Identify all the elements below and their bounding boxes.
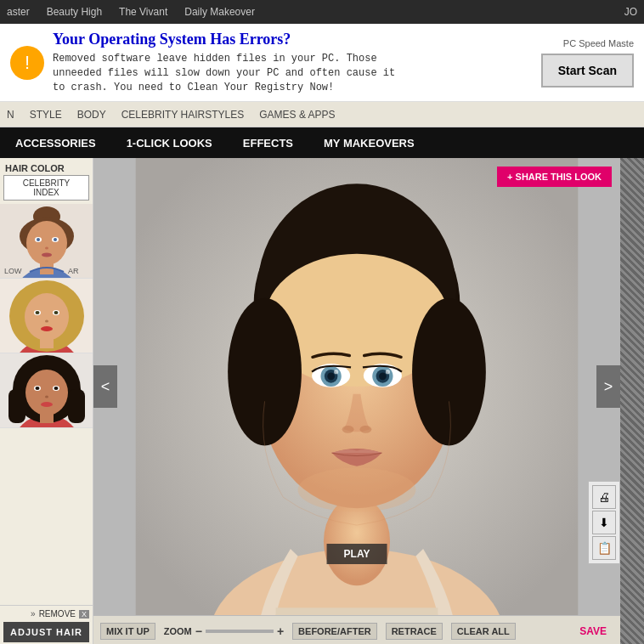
svg-point-57 [386,370,390,374]
mainnav-accessories[interactable]: ACCESSORIES [0,127,111,158]
nav-item-beauty-high[interactable]: Beauty High [47,6,102,18]
zoom-slider[interactable] [206,630,274,633]
svg-point-22 [45,320,48,323]
zoom-area: ZOOM − + [164,624,284,638]
main-viewer: + SHARE THIS LOOK [93,158,620,644]
svg-point-52 [334,370,338,374]
clear-all-button[interactable]: CLEAR ALL [451,623,516,640]
zoom-label: ZOOM [164,626,192,636]
download-button[interactable]: ⬇ [592,511,616,534]
ad-banner: ! Your Operating System Has Errors? Remo… [0,24,644,102]
mainnav-my-makeovers[interactable]: MY MAKEOVERS [308,127,430,158]
svg-point-34 [41,402,53,407]
svg-point-28 [25,370,68,415]
svg-point-31 [36,387,40,390]
svg-point-47 [412,298,486,446]
svg-point-21 [54,311,59,314]
save-button[interactable]: SAVE [573,623,613,640]
secnav-body[interactable]: BODY [77,109,106,121]
nav-item-the-vivant[interactable]: The Vivant [119,6,167,18]
secnav-celeb-hairstyles[interactable]: CELEBRITY HAIRSTYLES [121,109,245,121]
svg-rect-40 [276,608,438,616]
celebrity-thumb-2[interactable] [0,279,93,353]
right-decoration [620,158,644,644]
svg-point-9 [54,238,57,241]
svg-point-17 [25,293,69,341]
svg-point-33 [45,396,48,398]
mix-it-up-button[interactable]: MIX IT UP [100,623,155,640]
sidebar-bottom: » REMOVE X ADJUST HAIR [0,605,93,644]
ad-right-label: PC Speed Maste [563,38,634,48]
svg-point-51 [327,373,335,381]
share-icon-button[interactable]: 📋 [592,536,616,560]
adjust-hair-button[interactable]: ADJUST HAIR [3,622,89,642]
svg-rect-35 [40,413,54,423]
svg-rect-37 [68,389,85,423]
svg-point-20 [36,311,40,314]
zoom-minus-button[interactable]: − [195,624,202,638]
right-icon-panel: 🖨 ⬇ 📋 [588,481,620,564]
retrace-button[interactable]: RETRACE [386,623,443,640]
svg-point-8 [37,238,40,241]
ad-title: Your Operating System Has Errors? [53,31,521,48]
celeb3-image [0,353,93,428]
main-navigation: ACCESSORIES 1-CLICK LOOKS EFFECTS MY MAK… [0,127,644,158]
mainnav-effects[interactable]: EFFECTS [228,127,308,158]
svg-text:LOW: LOW [4,267,22,275]
before-after-button[interactable]: BEFORE/AFTER [292,623,377,640]
svg-point-46 [228,298,302,446]
ad-content: Your Operating System Has Errors? Remove… [53,31,521,94]
zoom-plus-button[interactable]: + [277,624,284,638]
svg-point-5 [26,221,67,265]
share-look-button[interactable]: + SHARE THIS LOOK [497,167,612,187]
svg-point-32 [54,387,59,390]
nav-item-daily-makeover[interactable]: Daily Makeover [184,6,255,18]
svg-point-58 [342,426,354,433]
nav-item-aster[interactable]: aster [7,6,30,18]
svg-point-56 [379,373,387,381]
remove-bar: » REMOVE X [3,609,89,619]
celebrity-thumb-3[interactable] [0,353,93,428]
bottom-toolbar: MIX IT UP ZOOM − + BEFORE/AFTER RETRACE … [93,615,620,644]
hair-color-label: HAIR COLOR [0,158,93,175]
play-button[interactable]: PLAY [327,544,387,564]
next-arrow-button[interactable]: > [596,365,620,408]
secnav-games-apps[interactable]: GAMES & APPS [259,109,335,121]
nav-item-jo[interactable]: JO [624,6,637,18]
remove-x-button[interactable]: X [79,610,89,619]
sidebar: HAIR COLOR CELEBRITY INDEX [0,158,93,644]
svg-rect-24 [40,338,54,348]
celebrity-index-button[interactable]: CELEBRITY INDEX [3,175,89,201]
svg-rect-36 [8,389,25,423]
ad-warning-icon: ! [10,46,44,80]
svg-point-10 [45,247,48,250]
secondary-navigation: N STYLE BODY CELEBRITY HAIRSTYLES GAMES … [0,102,644,127]
print-button[interactable]: 🖨 [592,485,616,509]
svg-text:AR: AR [68,267,79,275]
svg-point-23 [41,326,53,331]
remove-label: REMOVE [39,609,76,619]
celeb1-image: LOW AR [0,204,93,279]
celebrity-thumb-1[interactable]: LOW AR [0,204,93,279]
start-scan-button[interactable]: Start Scan [541,54,634,88]
content-area: HAIR COLOR CELEBRITY INDEX [0,158,644,644]
secnav-n[interactable]: N [7,109,14,121]
secnav-style[interactable]: STYLE [30,109,62,121]
mainnav-one-click-looks[interactable]: 1-CLICK LOOKS [111,127,228,158]
celeb2-image [0,279,93,353]
face-area: + SHARE THIS LOOK [93,158,620,615]
remove-arrows-icon: » [31,609,36,619]
svg-point-59 [359,426,371,433]
ad-body: Removed software leave hidden files in y… [53,52,521,94]
svg-point-11 [42,253,52,257]
svg-point-60 [298,468,416,512]
prev-arrow-button[interactable]: < [93,365,117,408]
top-navigation: aster Beauty High The Vivant Daily Makeo… [0,0,644,24]
